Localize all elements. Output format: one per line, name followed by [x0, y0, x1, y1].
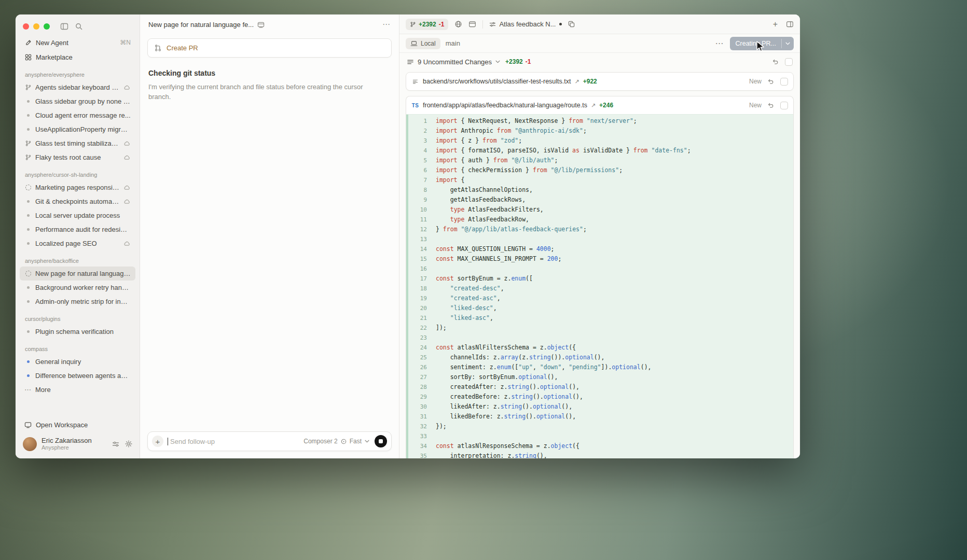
composer-model-label[interactable]: Composer 2: [303, 438, 337, 445]
code-line[interactable]: 5import { auth } from "@/lib/auth";: [406, 156, 793, 165]
code-line[interactable]: 2import Anthropic from "@anthropic-ai/sd…: [406, 126, 793, 136]
code-line[interactable]: 13: [406, 234, 793, 244]
stage-file-checkbox[interactable]: [780, 102, 788, 109]
filter-sliders-icon[interactable]: [112, 441, 119, 447]
search-icon[interactable]: [75, 23, 82, 30]
close-window-button[interactable]: [23, 23, 29, 30]
code-line[interactable]: 31 likedBefore: z.string().optional(),: [406, 412, 793, 422]
code-line[interactable]: 12} from "@/app/lib/atlas-feedback-queri…: [406, 225, 793, 234]
file-row[interactable]: backend/src/workflows/utils/classifier-t…: [406, 73, 793, 90]
code-line[interactable]: 30 likedAfter: z.string().optional(),: [406, 402, 793, 412]
code-line[interactable]: 1import { NextRequest, NextResponse } fr…: [406, 116, 793, 126]
undo-file-icon[interactable]: [767, 78, 775, 85]
code-line[interactable]: 15const MAX_CHANNELS_IN_PROMPT = 200;: [406, 254, 793, 264]
sidebar-item[interactable]: New page for natural language f...: [20, 267, 135, 281]
branch-name[interactable]: main: [446, 39, 460, 47]
code-line[interactable]: 35 interpretation: z.string(),: [406, 451, 793, 458]
stage-all-checkbox[interactable]: [785, 58, 793, 66]
sidebar-toggle-icon[interactable]: [60, 23, 68, 30]
local-chip[interactable]: Local: [406, 38, 440, 49]
composer-placeholder[interactable]: Send follow-up: [170, 438, 215, 445]
code-line[interactable]: 8 getAtlasChannelOptions,: [406, 185, 793, 195]
toolbar-more-icon[interactable]: ⋯: [715, 38, 724, 48]
code-line[interactable]: 27 sortBy: sortByEnum.optional(),: [406, 372, 793, 382]
sidebar-item[interactable]: Flaky tests root cause: [20, 150, 135, 164]
creating-pr-button[interactable]: Creating PR...: [730, 37, 794, 50]
sidebar-item[interactable]: Glass test timing stabilization: [20, 136, 135, 150]
chat-more-icon[interactable]: ⋯: [382, 20, 391, 29]
creating-pr-chevron-icon[interactable]: [781, 39, 794, 48]
code-text: const sortByEnum = z.enum([: [427, 274, 533, 284]
code-line[interactable]: 33: [406, 431, 793, 441]
sidebar-item[interactable]: Difference between agents and ...: [20, 369, 135, 383]
mode-label[interactable]: Fast: [350, 438, 362, 445]
code-line[interactable]: 11 type AtlasFeedbackRow,: [406, 215, 793, 225]
code-line[interactable]: 6import { checkPermission } from "@/lib/…: [406, 165, 793, 175]
sidebar-item[interactable]: Git & checkpoints automatic c...: [20, 194, 135, 208]
code-line[interactable]: 20 "liked-desc",: [406, 303, 793, 313]
zoom-window-button[interactable]: [44, 23, 50, 30]
globe-icon[interactable]: [454, 20, 462, 28]
external-link-icon[interactable]: ↗: [575, 78, 579, 85]
code-line[interactable]: 21 "liked-asc",: [406, 313, 793, 323]
sidebar-item[interactable]: Plugin schema verification: [20, 325, 135, 339]
code-line[interactable]: 28 createdAfter: z.string().optional(),: [406, 382, 793, 392]
code-line[interactable]: 18 "created-desc",: [406, 284, 793, 293]
sidebar-item[interactable]: UseApplicationProperty migrati...: [20, 122, 135, 136]
code-line[interactable]: 26 sentiment: z.enum(["up", "down", "pen…: [406, 362, 793, 372]
copy-icon[interactable]: [568, 21, 575, 27]
browser-preview-icon[interactable]: [468, 21, 476, 28]
attach-plus-icon[interactable]: +: [152, 436, 163, 447]
code-line[interactable]: 17const sortByEnum = z.enum([: [406, 274, 793, 284]
settings-gear-icon[interactable]: [125, 440, 132, 447]
code-line[interactable]: 16: [406, 264, 793, 274]
sidebar-item[interactable]: General inquiry: [20, 355, 135, 369]
changes-chevron-icon[interactable]: [495, 60, 500, 63]
sidebar-item[interactable]: Performance audit for redesign...: [20, 222, 135, 236]
sidebar-item[interactable]: Glass sidebar group by none op...: [20, 94, 135, 108]
sidebar-item[interactable]: Local server update process: [20, 208, 135, 222]
code-line[interactable]: 14const MAX_QUESTION_LENGTH = 4000;: [406, 244, 793, 254]
sidebar-item[interactable]: Agents sidebar keyboard expe...: [20, 80, 135, 94]
code-line[interactable]: 10 type AtlasFeedbackFilters,: [406, 205, 793, 215]
code-line[interactable]: 4import { formatISO, parseISO, isValid a…: [406, 146, 793, 156]
split-view-icon[interactable]: [786, 21, 794, 28]
tab-atlas-feedback[interactable]: Atlas feedback N...: [489, 20, 561, 28]
code-line[interactable]: 19 "created-asc",: [406, 293, 793, 303]
new-tab-plus-icon[interactable]: +: [773, 20, 778, 29]
code-line[interactable]: 24const atlasNlFiltersSchema = z.object(…: [406, 343, 793, 353]
create-pr-button[interactable]: Create PR: [147, 38, 392, 58]
new-agent-button[interactable]: New Agent ⌘N: [20, 35, 135, 50]
diff-stats-pill[interactable]: +2392 -1: [406, 19, 448, 30]
sidebar-item[interactable]: Background worker retry handling: [20, 281, 135, 295]
code-line[interactable]: 29 createdBefore: z.string().optional(),: [406, 392, 793, 402]
file-row[interactable]: TSfrontend/app/api/atlas/feedback/natura…: [406, 96, 793, 114]
code-line[interactable]: 7import {: [406, 175, 793, 185]
open-diff-icon[interactable]: [257, 21, 265, 28]
sidebar-item[interactable]: Localized page SEO: [20, 236, 135, 250]
code-line[interactable]: 22]);: [406, 323, 793, 333]
marketplace-button[interactable]: Marketplace: [20, 50, 135, 64]
undo-all-icon[interactable]: [772, 58, 779, 65]
code-line[interactable]: 34const atlasNlResponseSchema = z.object…: [406, 441, 793, 451]
sidebar-item[interactable]: Marketing pages responsiven...: [20, 180, 135, 194]
minimize-window-button[interactable]: [33, 23, 39, 30]
code-line[interactable]: 23: [406, 333, 793, 343]
open-workspace-button[interactable]: Open Workspace: [20, 417, 135, 432]
changes-label[interactable]: 9 Uncommitted Changes: [418, 58, 492, 66]
diff-code-area[interactable]: 1import { NextRequest, NextResponse } fr…: [406, 114, 793, 458]
code-line[interactable]: 3import { z } from "zod";: [406, 136, 793, 146]
sidebar-item[interactable]: ⋯More: [20, 383, 135, 397]
stage-file-checkbox[interactable]: [780, 78, 788, 86]
code-line[interactable]: 25 channelIds: z.array(z.string()).optio…: [406, 353, 793, 362]
undo-file-icon[interactable]: [767, 102, 775, 109]
followup-composer[interactable]: + Send follow-up Composer 2 Fast: [147, 431, 392, 451]
sidebar-item[interactable]: Cloud agent error message re...: [20, 108, 135, 122]
code-line[interactable]: 9 getAtlasFeedbackRows,: [406, 195, 793, 205]
user-profile[interactable]: Eric Zakariasson Anysphere: [16, 432, 140, 454]
code-line[interactable]: 32});: [406, 422, 793, 431]
sidebar-item[interactable]: Admin-only metric strip for inco...: [20, 295, 135, 309]
chevron-down-icon[interactable]: [365, 440, 369, 443]
external-link-icon[interactable]: ↗: [591, 102, 596, 109]
stop-button[interactable]: [375, 435, 387, 447]
